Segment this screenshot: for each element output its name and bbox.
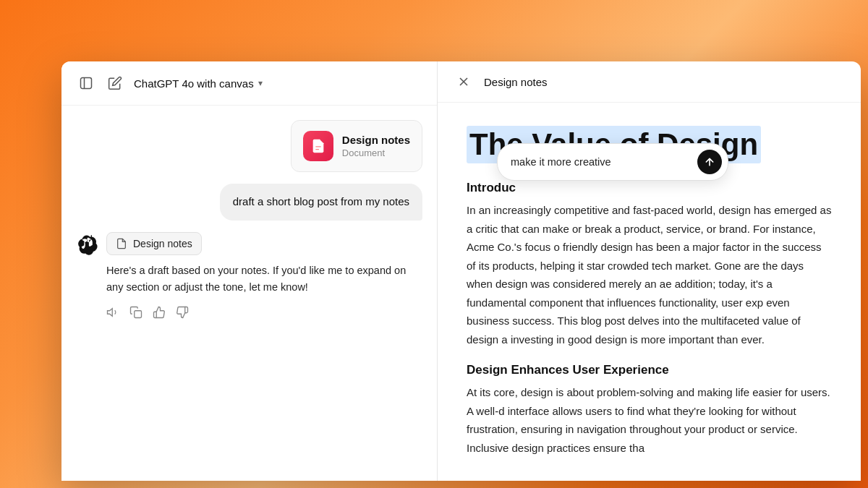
canvas-content: The Value of Design Introduc In an incre… xyxy=(438,103,861,481)
sidebar-toggle-button[interactable] xyxy=(76,73,96,93)
model-name: ChatGPT 4o with canvas xyxy=(134,77,254,90)
app-window: ChatGPT 4o with canvas ▾ Design notes xyxy=(61,61,861,481)
inline-edit-popup xyxy=(497,143,728,181)
svg-rect-5 xyxy=(135,311,142,318)
action-buttons xyxy=(106,306,422,319)
audio-button[interactable] xyxy=(106,306,119,319)
copy-button[interactable] xyxy=(129,306,142,319)
document-title: Design notes xyxy=(342,134,410,146)
inline-edit-input[interactable] xyxy=(511,156,689,168)
chat-content: Design notes Document draft a short blog… xyxy=(61,106,437,481)
edit-button[interactable] xyxy=(105,73,125,93)
user-message: draft a short blog post from my notes xyxy=(220,184,422,221)
ai-content: Design notes Here's a draft based on you… xyxy=(106,232,422,319)
ai-avatar xyxy=(76,234,99,257)
svg-marker-4 xyxy=(108,309,113,317)
inline-submit-button[interactable] xyxy=(697,150,722,174)
document-type: Document xyxy=(342,147,410,158)
pill-label: Design notes xyxy=(133,238,192,249)
document-card[interactable]: Design notes Document xyxy=(291,120,422,172)
thumbs-down-button[interactable] xyxy=(176,306,189,319)
design-notes-reference[interactable]: Design notes xyxy=(106,232,202,255)
document-icon xyxy=(303,131,333,161)
model-selector[interactable]: ChatGPT 4o with canvas ▾ xyxy=(134,77,263,90)
document-info: Design notes Document xyxy=(342,134,410,158)
ai-response: Design notes Here's a draft based on you… xyxy=(76,232,422,319)
chevron-down-icon: ▾ xyxy=(258,78,263,88)
intro-heading: Introduc xyxy=(467,181,832,195)
section-heading-1: Design Enhances User Experience xyxy=(467,363,832,377)
canvas-close-button[interactable] xyxy=(455,73,472,90)
svg-rect-0 xyxy=(81,78,92,89)
thumbs-up-button[interactable] xyxy=(153,306,166,319)
chat-panel: ChatGPT 4o with canvas ▾ Design notes xyxy=(61,61,438,481)
chat-header: ChatGPT 4o with canvas ▾ xyxy=(61,61,437,106)
canvas-header: Design notes xyxy=(438,61,861,103)
canvas-panel: Design notes The Value of Design Introdu… xyxy=(438,61,861,481)
ai-message-text: Here's a draft based on your notes. If y… xyxy=(106,262,422,296)
body-paragraph-1: In an increasingly competitive and fast-… xyxy=(467,201,832,348)
canvas-title: Design notes xyxy=(484,76,548,88)
section-body-1: At its core, design is about problem-sol… xyxy=(467,383,832,457)
